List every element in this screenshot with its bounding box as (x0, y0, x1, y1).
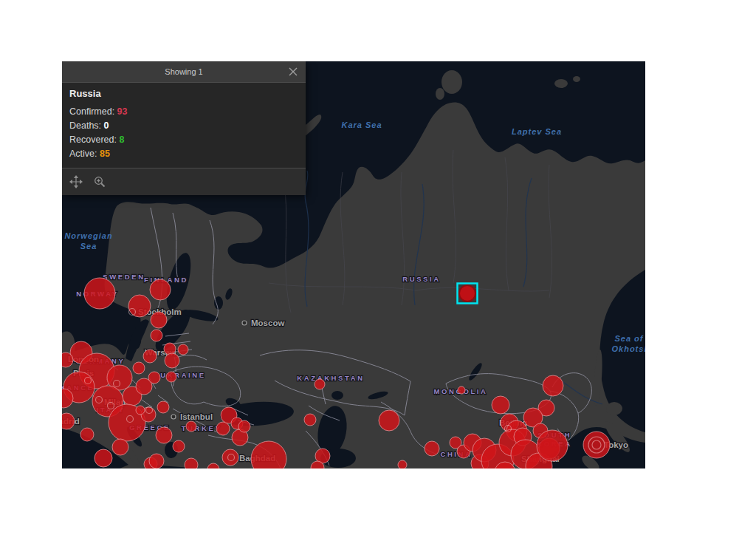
popup-field-value: 0 (104, 120, 109, 131)
popup-field-confirmed: Confirmed: 93 (69, 105, 298, 119)
case-marker[interactable] (222, 449, 238, 466)
case-marker[interactable] (315, 379, 325, 389)
popup-field-deaths: Deaths: 0 (69, 119, 298, 133)
case-marker[interactable] (62, 413, 75, 429)
case-marker[interactable] (165, 353, 179, 368)
selected-case-marker[interactable] (459, 285, 475, 301)
popup-toolbar (62, 168, 306, 195)
case-marker[interactable] (178, 344, 188, 355)
case-marker[interactable] (185, 458, 198, 468)
case-marker[interactable] (492, 396, 509, 414)
map-canvas[interactable]: NORWAYSWEDENFINLANDRUSSIAUKRAINEKAZAKHST… (62, 61, 645, 468)
case-marker[interactable] (543, 375, 563, 396)
popup-field-recovered: Recovered: 8 (69, 133, 298, 147)
popup-field-label: Deaths: (69, 120, 104, 131)
case-marker[interactable] (128, 295, 151, 317)
case-marker[interactable] (150, 279, 171, 300)
page: { "popup": { "header_label": "Showing 1"… (0, 0, 756, 535)
case-marker[interactable] (143, 350, 157, 363)
case-marker[interactable] (157, 401, 169, 413)
zoom-in-icon[interactable] (93, 175, 106, 188)
case-marker[interactable] (151, 312, 167, 328)
case-marker[interactable] (458, 386, 465, 394)
case-marker[interactable] (94, 449, 112, 467)
case-marker[interactable] (156, 427, 172, 443)
sea-label: Kara Sea (341, 120, 382, 129)
case-marker[interactable] (583, 432, 610, 458)
case-marker[interactable] (216, 422, 230, 435)
sea-label: Okhotsk (611, 344, 645, 353)
case-marker[interactable] (112, 439, 128, 455)
case-marker[interactable] (186, 421, 196, 432)
sea-label: Sea (80, 242, 97, 251)
case-marker[interactable] (133, 362, 145, 374)
case-marker[interactable] (425, 441, 439, 456)
case-marker[interactable] (80, 428, 94, 441)
city-label-moscow: Moscow (251, 318, 284, 327)
popup-field-active: Active: 85 (69, 147, 298, 161)
popup-header: Showing 1 (62, 61, 306, 83)
popup-fields: Confirmed: 93Deaths: 0Recovered: 8Active… (69, 105, 298, 161)
popup-field-label: Recovered: (69, 134, 119, 145)
case-marker[interactable] (136, 406, 145, 415)
close-icon[interactable] (287, 66, 299, 78)
country-label-sweden: SWEDEN (103, 273, 145, 281)
city-dot (242, 321, 247, 325)
country-label-russia: RUSSIA (402, 275, 441, 283)
case-marker[interactable] (149, 454, 164, 468)
popup-field-label: Confirmed: (69, 106, 117, 117)
popup-body: Russia Confirmed: 93Deaths: 0Recovered: … (62, 83, 306, 168)
popup-field-label: Active: (69, 149, 100, 159)
popup-field-value: 85 (100, 149, 110, 159)
case-marker[interactable] (166, 372, 176, 382)
case-marker[interactable] (148, 372, 160, 384)
popup-country-title: Russia (69, 88, 298, 99)
case-marker[interactable] (379, 410, 399, 431)
city-dot (171, 415, 176, 419)
case-marker[interactable] (238, 420, 250, 432)
case-marker[interactable] (398, 460, 407, 468)
case-marker[interactable] (304, 414, 316, 426)
sea-label: Laptev Sea (512, 127, 562, 136)
sea-label: Sea of (614, 334, 643, 343)
case-marker[interactable] (62, 352, 73, 367)
popup-field-value: 8 (119, 134, 124, 145)
case-marker[interactable] (151, 330, 162, 341)
case-marker[interactable] (164, 343, 176, 355)
case-marker[interactable] (173, 440, 185, 452)
popup-field-value: 93 (117, 106, 128, 117)
case-marker[interactable] (84, 278, 115, 309)
country-label-kazakhstan: KAZAKHSTAN (297, 374, 364, 382)
popup: Showing 1 Russia Confirmed: 93Deaths: 0R… (62, 61, 306, 195)
sea-label: Norwegian (64, 231, 112, 240)
popup-header-title: Showing 1 (165, 67, 202, 76)
city-label-istanbul: Istanbul (180, 412, 213, 421)
pan-icon[interactable] (69, 175, 83, 188)
case-marker[interactable] (537, 430, 568, 461)
